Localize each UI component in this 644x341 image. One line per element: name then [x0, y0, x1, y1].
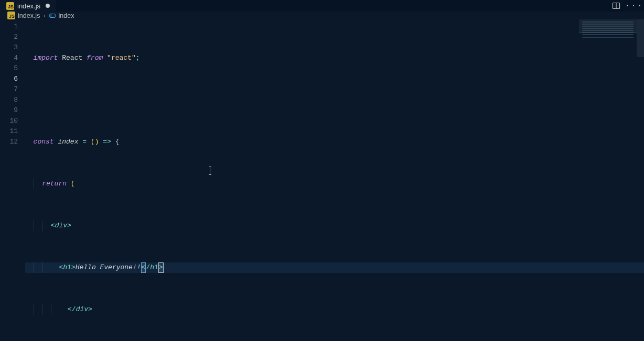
scrollbar-thumb[interactable] [637, 19, 644, 57]
code-line: </div> [25, 304, 644, 315]
tab-modified-dot-icon [46, 4, 50, 8]
breadcrumb: JS index.js › index [0, 12, 644, 19]
tab-bar: JS index.js ··· [0, 0, 644, 12]
text-cursor-icon [210, 167, 210, 175]
code-line: import React from "react"; [25, 53, 644, 63]
line-number[interactable]: 7 [0, 84, 18, 95]
line-number[interactable]: 8 [0, 95, 18, 105]
line-number[interactable]: 2 [0, 32, 18, 42]
bracket-match-icon: < [141, 262, 146, 273]
code-line: return ( [25, 179, 644, 189]
tabs-container: JS index.js [0, 0, 56, 12]
line-number[interactable]: 12 [0, 137, 18, 147]
line-number[interactable]: 10 [0, 116, 18, 126]
tab-index-js[interactable]: JS index.js [0, 0, 56, 12]
editor: 1 2 3 4 5 6 7 8 9 10 11 12 import React … [0, 19, 644, 341]
line-number[interactable]: 4 [0, 53, 18, 63]
line-number[interactable]: 5 [0, 63, 18, 74]
line-number[interactable]: 1 [0, 21, 18, 32]
js-file-icon: JS [6, 2, 14, 10]
breadcrumb-file[interactable]: JS index.js [7, 12, 40, 19]
line-number-gutter: 1 2 3 4 5 6 7 8 9 10 11 12 [0, 19, 25, 341]
split-editor-icon[interactable] [610, 0, 622, 12]
breadcrumb-symbol-label: index [59, 12, 74, 19]
breadcrumb-symbol[interactable]: index [49, 12, 74, 19]
breadcrumb-file-label: index.js [18, 12, 40, 19]
code-line-active: <h1>Hello Everyone!!</h1> [25, 262, 644, 273]
tab-filename: index.js [17, 2, 40, 10]
more-actions-icon[interactable]: ··· [628, 0, 640, 12]
vertical-scrollbar[interactable] [637, 19, 644, 341]
code-area[interactable]: import React from "react"; const index =… [25, 19, 644, 341]
line-number[interactable]: 9 [0, 105, 18, 116]
cursor-position-icon: > [158, 262, 164, 273]
minimap[interactable] [579, 19, 637, 341]
svg-rect-3 [49, 14, 52, 17]
line-number[interactable]: 3 [0, 42, 18, 53]
line-number[interactable]: 11 [0, 126, 18, 137]
tab-actions: ··· [610, 0, 644, 12]
code-line: <div> [25, 221, 644, 231]
code-line [25, 95, 644, 105]
code-line: const index = () => { [25, 137, 644, 147]
symbol-variable-icon [49, 12, 56, 19]
js-file-icon: JS [7, 12, 15, 19]
line-number[interactable]: 6 [0, 74, 18, 84]
breadcrumb-separator: › [43, 12, 45, 19]
